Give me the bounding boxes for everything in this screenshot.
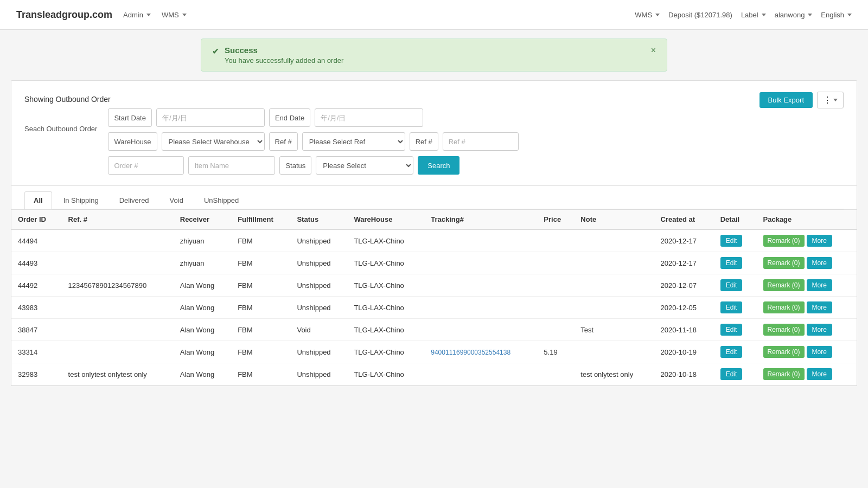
edit-button[interactable]: Edit [720, 368, 743, 380]
alert-container: ✔ Success You have successfully added an… [0, 30, 868, 72]
cell-warehouse: TLG-LAX-Chino [347, 297, 424, 319]
more-button[interactable]: More [807, 301, 832, 313]
warehouse-select[interactable]: Please Select Warehouse [162, 132, 265, 151]
tab-delivered[interactable]: Delivered [110, 191, 158, 209]
status-label: Status [279, 156, 311, 175]
cell-price [537, 252, 574, 274]
remark-button[interactable]: Remark (0) [763, 301, 805, 313]
search-wrapper: Seach Outbound Order Start Date End Date… [24, 108, 844, 175]
col-tracking: Tracking# [424, 210, 537, 229]
remark-button[interactable]: Remark (0) [763, 235, 805, 247]
ref-select[interactable]: Please Select Ref [302, 132, 405, 151]
cell-warehouse: TLG-LAX-Chino [347, 229, 424, 252]
nav-wms-right[interactable]: WMS [635, 11, 660, 19]
nav-admin[interactable]: Admin [123, 11, 151, 19]
more-button[interactable]: More [807, 235, 832, 247]
item-name-input[interactable] [188, 156, 275, 175]
alert-close-button[interactable]: × [651, 46, 656, 55]
tab-all[interactable]: All [24, 191, 52, 209]
more-button[interactable]: More [807, 368, 832, 380]
dots-menu-button[interactable]: ⋮ [817, 92, 844, 108]
edit-button[interactable]: Edit [720, 257, 743, 269]
cell-note: Test [574, 319, 654, 341]
cell-warehouse: TLG-LAX-Chino [347, 252, 424, 274]
cell-price [537, 274, 574, 297]
tracking-link[interactable]: 9400111699000352554138 [431, 349, 510, 356]
cell-created-at: 2020-12-17 [654, 229, 714, 252]
cell-order-id: 38847 [11, 319, 62, 341]
edit-button[interactable]: Edit [720, 324, 743, 336]
status-select[interactable]: Please Select [316, 156, 413, 175]
action-buttons: Remark (0) More [763, 235, 850, 247]
warehouse-label: WareHouse [108, 132, 157, 151]
cell-ref [62, 319, 174, 341]
more-button[interactable]: More [807, 324, 832, 336]
alert-text: Success You have successfully added an o… [225, 46, 343, 65]
search-panel-header: Showing Outbound Order Bulk Export ⋮ [24, 92, 844, 108]
remark-button[interactable]: Remark (0) [763, 257, 805, 269]
ref-input[interactable] [443, 132, 519, 151]
user-caret-icon [808, 14, 812, 16]
cell-detail: Edit [714, 297, 757, 319]
tab-void[interactable]: Void [161, 191, 193, 209]
order-input[interactable] [108, 156, 184, 175]
nav-user[interactable]: alanwong [775, 11, 813, 19]
search-panel: Showing Outbound Order Bulk Export ⋮ Sea… [11, 80, 857, 186]
cell-price [537, 229, 574, 252]
nav-label[interactable]: Label [741, 11, 766, 19]
cell-status: Unshipped [290, 229, 347, 252]
ref-label-1: Ref # [269, 132, 298, 151]
cell-package: Remark (0) More [757, 341, 857, 363]
cell-receiver: Alan Wong [174, 319, 231, 341]
cell-package: Remark (0) More [757, 229, 857, 252]
remark-button[interactable]: Remark (0) [763, 279, 805, 291]
nav-lang[interactable]: English [821, 11, 852, 19]
start-date-label: Start Date [108, 108, 152, 127]
start-date-input[interactable] [156, 108, 265, 127]
action-buttons: Remark (0) More [763, 257, 850, 269]
remark-button[interactable]: Remark (0) [763, 346, 805, 358]
search-button[interactable]: Search [418, 156, 459, 175]
more-button[interactable]: More [807, 346, 832, 358]
cell-created-at: 2020-10-19 [654, 341, 714, 363]
cell-fulfillment: FBM [231, 363, 290, 386]
cell-status: Unshipped [290, 363, 347, 386]
cell-tracking [424, 229, 537, 252]
table-row: 43983 Alan Wong FBM Unshipped TLG-LAX-Ch… [11, 297, 857, 319]
more-button[interactable]: More [807, 279, 832, 291]
action-buttons: Remark (0) More [763, 279, 850, 291]
dots-caret-icon [833, 99, 838, 101]
edit-button[interactable]: Edit [720, 346, 743, 358]
cell-fulfillment: FBM [231, 297, 290, 319]
action-buttons: Remark (0) More [763, 324, 850, 336]
end-date-input[interactable] [315, 108, 423, 127]
search-section-label: Seach Outbound Order [24, 125, 97, 133]
more-button[interactable]: More [807, 257, 832, 269]
alert-success-content: ✔ Success You have successfully added an… [212, 46, 343, 65]
cell-price: 5.19 [537, 341, 574, 363]
cell-note [574, 341, 654, 363]
dots-icon: ⋮ [823, 95, 832, 105]
cell-receiver: zhiyuan [174, 252, 231, 274]
nav-deposit[interactable]: Deposit ($12071.98) [668, 11, 732, 19]
cell-fulfillment: FBM [231, 274, 290, 297]
table-header: Order ID Ref. # Receiver Fulfillment Sta… [11, 210, 857, 229]
alert-success: ✔ Success You have successfully added an… [201, 38, 667, 72]
cell-order-id: 44493 [11, 252, 62, 274]
tab-unshipped[interactable]: UnShipped [195, 191, 248, 209]
edit-button[interactable]: Edit [720, 301, 743, 313]
bulk-export-button[interactable]: Bulk Export [760, 92, 813, 108]
cell-created-at: 2020-12-17 [654, 252, 714, 274]
col-note: Note [574, 210, 654, 229]
action-buttons: Remark (0) More [763, 368, 850, 380]
admin-caret-icon [146, 14, 151, 16]
action-buttons: Remark (0) More [763, 346, 850, 358]
remark-button[interactable]: Remark (0) [763, 324, 805, 336]
nav-wms[interactable]: WMS [162, 11, 187, 19]
tab-in-shipping[interactable]: In Shipping [54, 191, 108, 209]
cell-receiver: zhiyuan [174, 229, 231, 252]
remark-button[interactable]: Remark (0) [763, 368, 805, 380]
edit-button[interactable]: Edit [720, 235, 743, 247]
edit-button[interactable]: Edit [720, 279, 743, 291]
cell-note [574, 252, 654, 274]
